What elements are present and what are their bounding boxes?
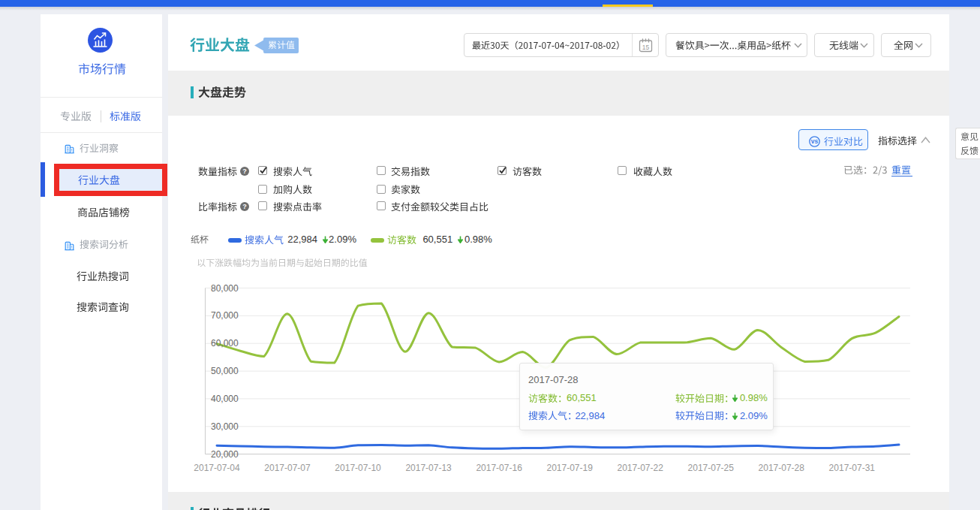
svg-text:vs: vs [811, 137, 819, 145]
svg-text:?: ? [242, 167, 247, 175]
svg-text:15: 15 [642, 44, 650, 51]
svg-text:?: ? [242, 203, 247, 210]
